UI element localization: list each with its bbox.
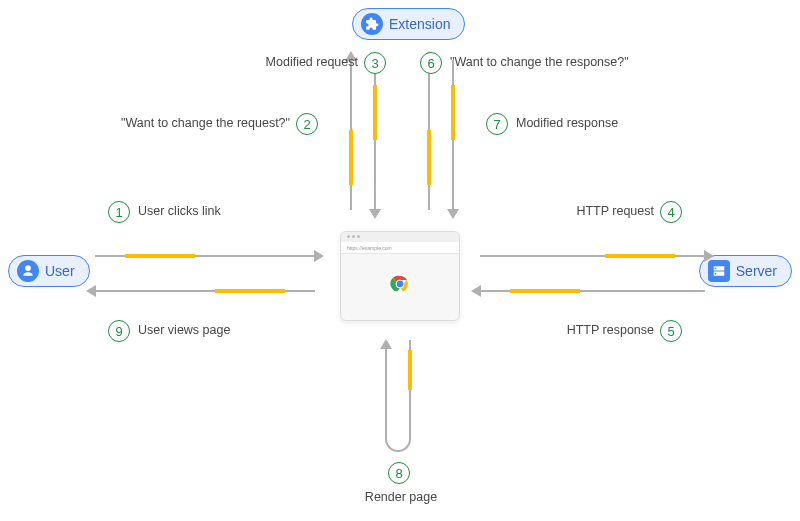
- node-user-label: User: [45, 263, 75, 279]
- arrow-head-icon: [369, 209, 381, 219]
- arrow-head-icon: [471, 285, 481, 297]
- step-4-number: 4: [660, 201, 682, 223]
- arrow-head-icon: [314, 250, 324, 262]
- server-icon: [708, 260, 730, 282]
- step-8-number: 8: [388, 462, 410, 484]
- arrow-browser-to-ext-right: [428, 60, 430, 210]
- arrow-ext-to-browser-left: [374, 60, 376, 210]
- user-icon: [17, 260, 39, 282]
- step-2-number: 2: [296, 113, 318, 135]
- render-uturn: [385, 438, 411, 452]
- step-6-number: 6: [420, 52, 442, 74]
- chrome-logo-icon: [388, 272, 412, 296]
- browser-address: https://example.com: [341, 242, 459, 254]
- arrow-user-to-browser: [95, 255, 315, 257]
- step-3-number: 3: [364, 52, 386, 74]
- puzzle-piece-icon: [361, 13, 383, 35]
- arrow-browser-to-user: [95, 290, 315, 292]
- step-8-label: Render page: [363, 490, 439, 504]
- render-arrow-down: [409, 340, 411, 440]
- node-user: User: [8, 255, 90, 287]
- step-9-label: User views page: [138, 323, 230, 337]
- step-3-label: Modified request: [254, 55, 358, 69]
- arrow-head-icon: [380, 339, 392, 349]
- render-arrow-up: [385, 348, 387, 440]
- step-2-label: "Want to change the request?": [100, 116, 290, 130]
- arrow-head-icon: [704, 250, 714, 262]
- step-1-number: 1: [108, 201, 130, 223]
- step-5-number: 5: [660, 320, 682, 342]
- arrow-head-icon: [86, 285, 96, 297]
- browser-window: https://example.com: [340, 231, 460, 321]
- window-controls-icon: [347, 235, 360, 238]
- arrow-head-icon: [447, 209, 459, 219]
- node-extension-label: Extension: [389, 16, 450, 32]
- step-4-label: HTTP request: [576, 204, 654, 218]
- step-5-label: HTTP response: [560, 323, 654, 337]
- arrow-browser-to-ext-left: [350, 60, 352, 210]
- step-1-label: User clicks link: [138, 204, 221, 218]
- arrow-ext-to-browser-right: [452, 60, 454, 210]
- arrow-browser-to-server: [480, 255, 705, 257]
- step-9-number: 9: [108, 320, 130, 342]
- svg-point-2: [397, 281, 403, 287]
- step-6-label: "Want to change the response?": [450, 55, 629, 69]
- arrow-server-to-browser: [480, 290, 705, 292]
- node-server-label: Server: [736, 263, 777, 279]
- node-extension: Extension: [352, 8, 465, 40]
- step-7-label: Modified response: [516, 116, 618, 130]
- step-7-number: 7: [486, 113, 508, 135]
